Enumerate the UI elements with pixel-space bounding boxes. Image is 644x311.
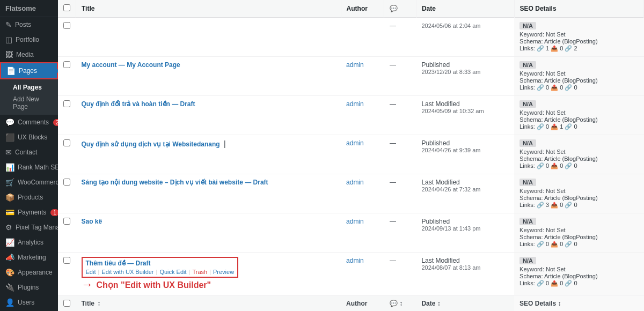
sidebar-item-analytics[interactable]: 📈 Analytics: [0, 235, 58, 250]
sidebar-item-contact[interactable]: ✉ Contact: [0, 145, 58, 160]
row-checkbox-cell: [58, 213, 76, 253]
sidebar-item-rank-math[interactable]: 📊 Rank Math SEO: [0, 160, 58, 175]
row-checkbox[interactable]: [63, 179, 70, 186]
table-row: My account — My Account Page admin — Pub…: [58, 57, 644, 96]
row-checkbox-cell: [58, 18, 76, 57]
author-link[interactable]: admin: [346, 218, 364, 225]
row-author-cell: admin: [341, 135, 384, 174]
sidebar-item-appearance[interactable]: 🎨 Appearance: [0, 265, 58, 280]
seo-keyword: Keyword: Not Set: [519, 266, 638, 272]
trash-action[interactable]: Trash: [192, 269, 207, 275]
sidebar-logo: Flatsome: [0, 0, 58, 17]
title-col-header[interactable]: Title: [76, 0, 341, 18]
row-title-cell: My account — My Account Page: [76, 57, 341, 96]
sidebar: Flatsome ✎ Posts ◫ Portfolio 🖼 Media 📄 P…: [0, 0, 58, 311]
row-seo-cell: N/A Keyword: Not Set Schema: Article (Bl…: [514, 174, 643, 213]
seo-badge: N/A: [519, 257, 536, 264]
sidebar-item-label: Comments: [18, 119, 49, 126]
row-date-cell: Last Modified 2024/05/09 at 10:32 am: [416, 96, 514, 135]
page-title-link[interactable]: Thêm tiêu đề — Draft: [86, 260, 151, 267]
sidebar-item-marketing[interactable]: 📣 Marketing: [0, 250, 58, 265]
select-all-checkbox[interactable]: [63, 4, 70, 11]
row-checkbox[interactable]: [63, 139, 70, 146]
seo-sort-icon: ↕: [558, 300, 561, 307]
row-author-cell: admin: [341, 253, 384, 295]
submenu-all-pages[interactable]: All Pages: [0, 82, 58, 93]
footer-date-col[interactable]: Date ↕: [416, 295, 514, 312]
sidebar-item-payments[interactable]: 💳 Payments 1: [0, 205, 58, 220]
table-row: Quy định đổi trả và hoàn tiền — Draft ad…: [58, 96, 644, 135]
author-link[interactable]: admin: [346, 139, 364, 147]
sidebar-item-media[interactable]: 🖼 Media: [0, 47, 58, 62]
sidebar-item-plugins[interactable]: 🔌 Plugins: [0, 280, 58, 295]
page-title-link[interactable]: Sáng tạo nội dung website – Dịch vụ viết…: [82, 179, 268, 186]
quick-edit-action[interactable]: Quick Edit: [159, 269, 186, 275]
sidebar-item-pixel[interactable]: ⚙ Pixel Tag Manager: [0, 220, 58, 235]
seo-keyword: Keyword: Not Set: [519, 227, 638, 233]
row-seo-cell: N/A Keyword: Not Set Schema: Article (Bl…: [514, 135, 643, 174]
sidebar-item-woocommerce[interactable]: 🛒 WooCommerce: [0, 175, 58, 190]
row-checkbox[interactable]: [63, 22, 70, 29]
row-date-cell: Published 2024/09/13 at 1:43 pm: [416, 213, 514, 253]
row-status: Published: [421, 218, 509, 225]
author-link[interactable]: admin: [346, 179, 364, 186]
sidebar-item-products[interactable]: 📦 Products: [0, 190, 58, 205]
preview-action[interactable]: Preview: [213, 269, 234, 275]
sidebar-item-portfolio[interactable]: ◫ Portfolio: [0, 32, 58, 47]
row-date-cell: Published 2023/12/20 at 8:33 am: [416, 57, 514, 96]
date-col-header[interactable]: Date: [416, 0, 514, 18]
row-author-cell: admin: [341, 174, 384, 213]
row-comment-cell: —: [384, 18, 416, 57]
table-row: Sao kê admin — Published 2024/09/13 at 1…: [58, 213, 644, 253]
sidebar-item-label: WooCommerce: [18, 179, 58, 186]
row-seo-cell: N/A Keyword: Not Set Schema: Article (Bl…: [514, 253, 643, 295]
row-comment-cell: —: [384, 135, 416, 174]
sidebar-item-users[interactable]: 👤 Users: [0, 295, 58, 310]
footer-date-label: Date: [421, 300, 435, 307]
select-all-col: [58, 0, 76, 18]
author-link[interactable]: admin: [346, 257, 364, 264]
row-checkbox[interactable]: [63, 100, 70, 107]
seo-schema: Schema: Article (BlogPosting): [519, 77, 638, 84]
sidebar-item-label: Pixel Tag Manager: [16, 224, 58, 231]
sidebar-item-label: Posts: [15, 21, 31, 28]
table-row-highlighted: Thêm tiêu đề — Draft Edit | Edit with UX…: [58, 253, 644, 295]
row-date-cell: Published 2024/04/26 at 9:39 am: [416, 135, 514, 174]
seo-badge: N/A: [519, 139, 536, 147]
row-checkbox[interactable]: [63, 218, 70, 225]
author-link[interactable]: admin: [346, 61, 364, 69]
page-title-link[interactable]: My account — My Account Page: [82, 61, 180, 69]
sidebar-item-posts[interactable]: ✎ Posts: [0, 17, 58, 32]
row-date: 2023/12/20 at 8:33 am: [421, 69, 509, 75]
author-link[interactable]: admin: [346, 100, 364, 108]
row-status: Published: [421, 139, 509, 147]
annotation-arrow-icon: →: [82, 279, 93, 291]
submenu-add-new-page[interactable]: Add New Page: [0, 93, 58, 113]
sidebar-item-ux-blocks[interactable]: ⬛ UX Blocks: [0, 130, 58, 145]
sidebar-item-comments[interactable]: 💬 Comments 20: [0, 115, 58, 130]
footer-select-all[interactable]: [63, 300, 70, 307]
row-title-cell: [76, 18, 341, 57]
row-checkbox-cell: [58, 57, 76, 96]
payments-badge: 1: [50, 209, 58, 216]
row-title-cell-highlighted: Thêm tiêu đề — Draft Edit | Edit with UX…: [76, 253, 341, 295]
footer-comment-col[interactable]: 💬 ↕: [384, 295, 416, 312]
footer-title-label: Title: [82, 300, 94, 307]
sidebar-item-label: Pages: [19, 67, 37, 75]
sidebar-item-pages[interactable]: 📄 Pages ◀: [0, 62, 58, 79]
footer-seo-col[interactable]: SEO Details ↕: [514, 295, 643, 312]
edit-action[interactable]: Edit: [86, 269, 96, 275]
seo-badge: N/A: [519, 100, 536, 108]
row-title-cell: Quy định sử dụng dịch vụ tại Websitedana…: [76, 135, 341, 174]
row-date: 2024/05/09 at 10:32 am: [421, 108, 509, 114]
row-checkbox[interactable]: [63, 61, 70, 68]
page-title-link[interactable]: Quy định đổi trả và hoàn tiền — Draft: [82, 100, 195, 108]
table-row: Quy định sử dụng dịch vụ tại Websitedana…: [58, 135, 644, 174]
row-checkbox[interactable]: [63, 257, 70, 264]
row-comment-cell: —: [384, 213, 416, 253]
page-title-link[interactable]: Quy định sử dụng dịch vụ tại Websitedana…: [82, 140, 220, 148]
footer-title-col[interactable]: Title ↕: [76, 295, 341, 312]
page-title-link[interactable]: Sao kê: [82, 218, 103, 225]
edit-ux-builder-action[interactable]: Edit with UX Builder: [101, 269, 153, 275]
comment-col-header: 💬: [384, 0, 416, 18]
